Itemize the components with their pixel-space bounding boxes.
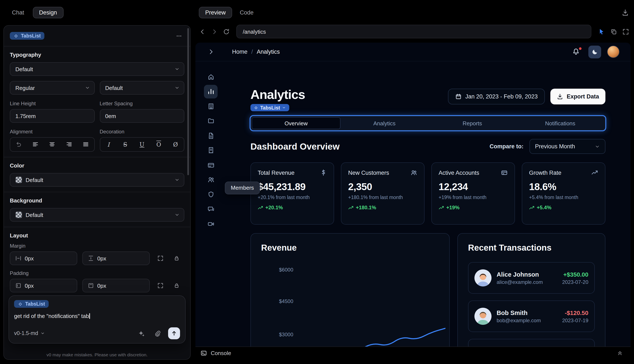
fullscreen-button[interactable] [620,26,630,37]
date-range-picker[interactable]: Jan 20, 2023 - Feb 09, 2023 [448,89,545,104]
paperclip-icon [154,330,161,336]
tab-overview[interactable]: Overview [252,117,341,129]
breadcrumb-home[interactable]: Home [232,48,247,55]
attach-file-button[interactable] [152,328,163,339]
font-weight-select[interactable]: Regular [10,81,95,94]
transaction-item[interactable]: Alice Johnson alice@example.com +$350.00… [468,262,595,294]
selection-badge[interactable]: TabsList [250,104,289,111]
panel-scrollbar[interactable] [187,28,189,175]
color-swatch [15,176,22,183]
padding-x-input[interactable]: 0px [10,279,77,292]
stat-card-new-customers: New Customers 2,350 +180.1% from last mo… [341,162,425,224]
overline-button[interactable]: O [150,138,167,151]
rail-item-security[interactable] [204,188,218,201]
console-expand-button[interactable] [614,348,625,358]
underline-button[interactable]: U [134,138,150,151]
selected-component-badge[interactable]: TabsList [10,32,45,40]
align-justify-button[interactable] [77,138,94,151]
revenue-card-title: Revenue [261,243,439,253]
console-bar[interactable]: Console [195,346,630,359]
back-button[interactable] [197,26,207,37]
font-family-select[interactable]: Default [10,62,184,76]
strikethrough-button[interactable]: S [117,138,134,151]
selected-component-label: TabsList [21,33,41,38]
rail-item-members[interactable] [204,173,218,186]
align-right-button[interactable] [61,138,78,151]
enhance-prompt-button[interactable] [136,328,147,339]
sparkles-icon [138,330,144,336]
chevron-down-icon [174,177,180,182]
letter-spacing-label: Letter Spacing [100,100,184,106]
rail-item-analytics[interactable] [204,84,218,98]
lock-icon [174,282,180,288]
url-bar[interactable]: /analytics [236,25,591,38]
rail-item-messages[interactable] [204,202,218,216]
diamond-icon [18,302,23,306]
color-select[interactable]: Default [10,173,184,187]
tab-design[interactable]: Design [33,6,63,18]
align-center-button[interactable] [44,138,61,151]
refresh-button[interactable] [221,26,231,37]
font-size-select[interactable]: Default [100,81,184,94]
users-icon [410,169,417,176]
align-justify-icon [83,142,89,148]
background-select[interactable]: Default [10,208,184,222]
tab-code[interactable]: Code [236,7,257,18]
margin-vertical-icon [88,255,94,261]
decoration-label: Decoration [100,129,184,135]
chevron-down-icon [174,212,180,218]
padding-expand-button[interactable] [155,280,166,291]
transaction-item-partial[interactable] [468,339,595,346]
tab-notifications[interactable]: Notifications [516,117,604,129]
rail-item-invoices[interactable] [204,144,218,157]
home-icon [207,73,214,80]
rail-item-video[interactable] [204,217,218,230]
margin-expand-button[interactable] [155,253,166,264]
user-avatar[interactable] [607,46,619,58]
theme-toggle-button[interactable] [588,46,601,58]
margin-x-input[interactable]: 0px [10,252,77,265]
rail-item-organization[interactable] [204,99,218,113]
tab-preview[interactable]: Preview [199,6,232,18]
tab-analytics[interactable]: Analytics [341,117,428,129]
compare-select[interactable]: Previous Month [529,139,605,154]
padding-y-input[interactable]: 0px [82,279,150,292]
dashboard-sidebar-rail [195,62,226,346]
notifications-button[interactable] [572,48,581,56]
copy-button[interactable] [608,26,619,37]
panel-menu-button[interactable] [173,30,184,41]
prompt-component-badge[interactable]: TabsList [14,300,49,308]
chevrons-up-icon [617,350,623,356]
export-data-button[interactable]: Export Data [550,89,605,104]
no-decoration-button[interactable]: Ø [167,138,184,151]
margin-lock-button[interactable] [171,253,182,264]
letter-spacing-input[interactable]: 0em [100,109,184,123]
align-left-button[interactable] [27,138,44,151]
workspace-tabs: Chat Design [9,6,63,19]
tab-reports[interactable]: Reports [428,117,516,129]
line-height-input[interactable]: 1.75rem [10,109,95,123]
padding-lock-button[interactable] [171,280,182,291]
forward-button[interactable] [209,26,219,37]
margin-y-input[interactable]: 0px [82,252,150,265]
inspect-element-button[interactable] [596,26,607,37]
transaction-item[interactable]: Bob Smith bob@example.com -$120.50 2023-… [468,300,595,332]
download-button[interactable] [619,7,630,18]
model-select[interactable]: v0-1.5-md [14,330,45,336]
prompt-input[interactable]: get rid of the "notifications" tab [14,313,180,319]
typography-label: Typography [10,52,184,58]
prompt-composer[interactable]: TabsList get rid of the "notifications" … [9,296,186,344]
transaction-amount: +$350.00 [562,271,588,278]
rail-item-projects[interactable] [204,114,218,128]
rail-item-documents[interactable] [204,129,218,142]
rail-item-home[interactable] [204,70,218,84]
tab-chat[interactable]: Chat [9,7,28,18]
sidebar-expand-button[interactable] [206,47,216,57]
console-icon [200,350,207,356]
padding-horizontal-icon [15,282,21,288]
italic-button[interactable]: I [100,138,117,151]
reset-alignment-button[interactable] [10,138,27,151]
rail-item-payments[interactable] [204,158,218,172]
avatar [474,270,491,286]
send-button[interactable] [168,327,180,339]
